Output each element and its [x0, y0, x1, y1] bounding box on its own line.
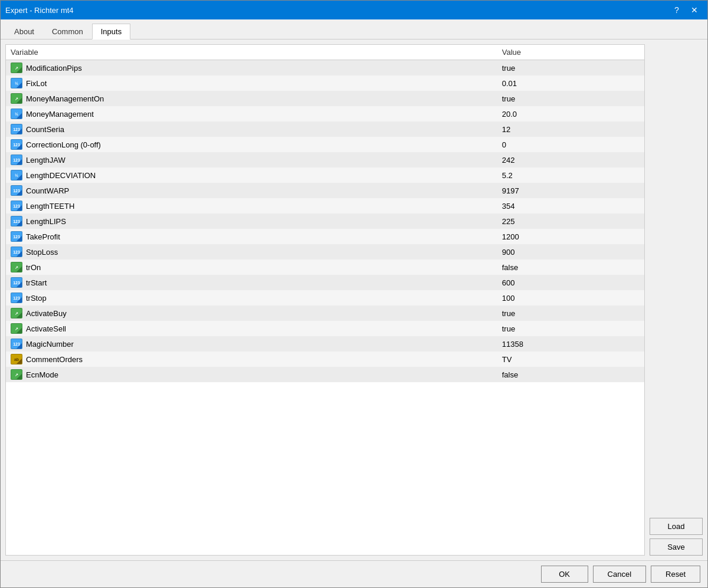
tab-inputs[interactable]: Inputs — [92, 24, 130, 40]
type-icon: 123 — [11, 277, 22, 288]
value-cell[interactable]: 9197 — [497, 183, 644, 198]
table-row[interactable]: ↗EcnModefalse — [6, 367, 644, 382]
table-row[interactable]: 123CorrectionLong (0-off)0 — [6, 137, 644, 152]
value-cell[interactable]: 900 — [497, 244, 644, 259]
type-icon: ↗ — [11, 262, 22, 272]
value-cell[interactable]: true — [497, 60, 644, 76]
title-bar: Expert - Richter mt4 ? ✕ — [1, 1, 707, 19]
tab-bar: About Common Inputs — [1, 19, 707, 40]
variable-name: EcnMode — [26, 370, 58, 379]
variable-name: MagicNumber — [26, 340, 74, 349]
tab-about[interactable]: About — [5, 24, 43, 40]
table-row[interactable]: ↗trOnfalse — [6, 259, 644, 275]
side-buttons: Load Save — [650, 44, 703, 556]
value-cell[interactable]: 20.0 — [497, 106, 644, 121]
cancel-button[interactable]: Cancel — [593, 566, 646, 583]
variable-cell: 123LengthLIPS — [6, 213, 497, 229]
value-cell[interactable]: 225 — [497, 213, 644, 229]
variable-cell: 123MagicNumber — [6, 336, 497, 352]
value-cell[interactable]: true — [497, 306, 644, 321]
reset-button[interactable]: Reset — [651, 566, 700, 583]
value-cell[interactable]: 0.01 — [497, 75, 644, 91]
value-cell[interactable]: 100 — [497, 290, 644, 306]
value-cell[interactable]: 242 — [497, 152, 644, 167]
table-row[interactable]: 123LengthJAW242 — [6, 152, 644, 167]
value-cell[interactable]: true — [497, 321, 644, 336]
type-icon: 123 — [11, 231, 22, 242]
type-icon: ½ — [11, 78, 22, 88]
tab-common[interactable]: Common — [43, 24, 92, 40]
type-icon: 123 — [11, 201, 22, 211]
table-row[interactable]: abCommentOrdersTV — [6, 352, 644, 367]
variable-name: CorrectionLong (0-off) — [26, 140, 101, 149]
save-button[interactable]: Save — [650, 538, 703, 556]
value-cell[interactable]: 12 — [497, 121, 644, 137]
variable-cell: 123TakeProfit — [6, 229, 497, 244]
close-button[interactable]: ✕ — [686, 3, 703, 17]
table-row[interactable]: ↗ActivateBuytrue — [6, 306, 644, 321]
variable-cell: 123LengthJAW — [6, 152, 497, 167]
type-icon: 123 — [11, 339, 22, 349]
type-icon: ↗ — [11, 308, 22, 318]
value-cell[interactable]: 5.2 — [497, 167, 644, 183]
variable-name: MoneyManagementOn — [26, 94, 104, 103]
table-row[interactable]: 123StopLoss900 — [6, 244, 644, 259]
type-icon: 123 — [11, 124, 22, 134]
load-button[interactable]: Load — [650, 518, 703, 535]
value-cell[interactable]: TV — [497, 352, 644, 367]
ok-button[interactable]: OK — [541, 566, 588, 583]
table-row[interactable]: ↗ModificationPipstrue — [6, 60, 644, 76]
variable-cell: abCommentOrders — [6, 352, 497, 367]
table-row[interactable]: 123trStop100 — [6, 290, 644, 306]
table-header-row: Variable Value — [6, 45, 644, 60]
variable-name: ActivateSell — [26, 324, 66, 333]
type-icon: ab — [11, 354, 22, 364]
type-icon: ↗ — [11, 369, 22, 380]
variable-cell: ½FixLot — [6, 75, 497, 91]
variable-cell: 123trStop — [6, 290, 497, 306]
variable-name: LengthJAW — [26, 156, 65, 165]
main-window: Expert - Richter mt4 ? ✕ About Common In… — [0, 0, 708, 588]
table-row[interactable]: 123TakeProfit1200 — [6, 229, 644, 244]
table-row[interactable]: 123trStart600 — [6, 275, 644, 290]
variable-cell: ↗trOn — [6, 259, 497, 275]
variable-cell: 123CountSeria — [6, 121, 497, 137]
value-cell[interactable]: 1200 — [497, 229, 644, 244]
table-row[interactable]: 123CountSeria12 — [6, 121, 644, 137]
variable-name: LengthDECVIATION — [26, 171, 96, 180]
table-row[interactable]: ↗ActivateSelltrue — [6, 321, 644, 336]
value-cell[interactable]: 600 — [497, 275, 644, 290]
variable-name: ModificationPips — [26, 64, 82, 73]
type-icon: 123 — [11, 185, 22, 196]
variable-name: MoneyManagement — [26, 110, 94, 119]
table-row[interactable]: ↗MoneyManagementOntrue — [6, 91, 644, 106]
variable-name: ActivateBuy — [26, 309, 67, 318]
value-cell[interactable]: 354 — [497, 198, 644, 213]
table-row[interactable]: ½LengthDECVIATION5.2 — [6, 167, 644, 183]
table-row[interactable]: ½FixLot0.01 — [6, 75, 644, 91]
table-row[interactable]: 123MagicNumber11358 — [6, 336, 644, 352]
col-value: Value — [497, 45, 644, 60]
table-row[interactable]: 123LengthTEETH354 — [6, 198, 644, 213]
variable-name: StopLoss — [26, 248, 58, 257]
value-cell[interactable]: 0 — [497, 137, 644, 152]
value-cell[interactable]: 11358 — [497, 336, 644, 352]
type-icon: ↗ — [11, 323, 22, 334]
variable-name: trStop — [26, 294, 47, 303]
variable-cell: ↗ModificationPips — [6, 60, 497, 76]
variable-name: CommentOrders — [26, 355, 83, 364]
value-cell[interactable]: false — [497, 367, 644, 382]
table-row[interactable]: 123CountWARP9197 — [6, 183, 644, 198]
variable-name: FixLot — [26, 79, 47, 88]
inputs-table-container[interactable]: Variable Value ↗ModificationPipstrue½Fix… — [5, 44, 645, 556]
table-row[interactable]: 123LengthLIPS225 — [6, 213, 644, 229]
variable-name: CountWARP — [26, 186, 69, 195]
col-variable: Variable — [6, 45, 497, 60]
variable-cell: ↗ActivateSell — [6, 321, 497, 336]
value-cell[interactable]: true — [497, 91, 644, 106]
variable-cell: ½LengthDECVIATION — [6, 167, 497, 183]
help-button[interactable]: ? — [668, 3, 685, 17]
content-area: Variable Value ↗ModificationPipstrue½Fix… — [1, 40, 707, 560]
value-cell[interactable]: false — [497, 259, 644, 275]
table-row[interactable]: ½MoneyManagement20.0 — [6, 106, 644, 121]
